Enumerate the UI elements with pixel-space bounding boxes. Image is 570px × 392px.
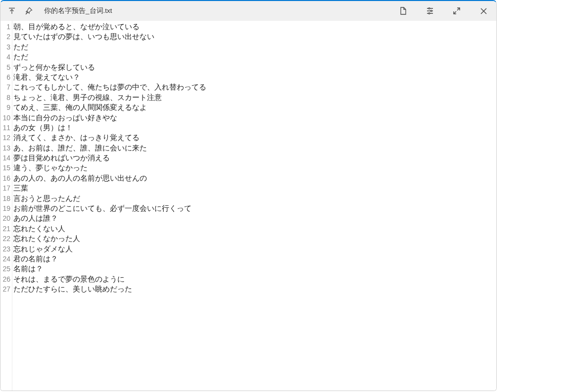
text-line[interactable]: あの人は誰？ [13, 213, 496, 223]
text-line[interactable]: 名前は？ [13, 264, 496, 274]
line-number: 8 [0, 93, 10, 102]
svg-point-8 [428, 8, 430, 9]
text-line[interactable]: 消えてく、まさか、はっきり覚えてる [13, 133, 496, 143]
text-content[interactable]: 朝、目が覚めると、なぜか泣いている見ていたはずの夢は、いつも思い出せないただただ… [12, 21, 496, 391]
text-line[interactable]: 朝、目が覚めると、なぜか泣いている [13, 22, 496, 32]
text-line[interactable]: 君の名前は？ [13, 254, 496, 264]
line-number: 16 [0, 173, 10, 183]
line-number: 13 [0, 143, 10, 153]
settings-icon[interactable] [421, 2, 439, 20]
line-number: 14 [0, 153, 10, 163]
text-line[interactable]: あの女（男）は！ [13, 123, 496, 133]
text-line[interactable]: 三葉 [13, 183, 496, 193]
line-number: 20 [0, 213, 10, 223]
line-number: 22 [0, 234, 10, 244]
text-line[interactable]: 見ていたはずの夢は、いつも思い出せない [13, 32, 496, 42]
text-line[interactable]: それは、まるで夢の景色のように [13, 274, 496, 284]
titlebar: 你的名字预告_台词.txt [0, 1, 496, 21]
line-number: 27 [0, 284, 10, 294]
text-line[interactable]: 忘れじゃダメな人 [13, 244, 496, 254]
line-number: 19 [0, 203, 10, 213]
text-line[interactable]: 違う、夢じゃなかった [13, 163, 496, 173]
line-number: 26 [0, 274, 10, 284]
line-number: 10 [0, 113, 10, 123]
text-line[interactable]: ずっと何かを探している [13, 62, 496, 72]
top-icon[interactable] [7, 6, 16, 15]
line-number: 6 [0, 72, 10, 82]
line-number: 15 [0, 163, 10, 173]
line-number: 24 [0, 254, 10, 264]
text-line[interactable]: てめえ、三葉、俺の人間関係変えるなよ [13, 102, 496, 112]
text-line[interactable]: 忘れたくなかった人 [13, 234, 496, 244]
text-line[interactable]: ただひたすらに、美しい眺めだった [13, 284, 496, 294]
text-line[interactable]: あ、お前は、誰だ、誰、誰に会いに来た [13, 143, 496, 153]
text-line[interactable]: ただ [13, 42, 496, 52]
line-number: 7 [0, 82, 10, 92]
svg-point-10 [428, 13, 430, 14]
text-line[interactable]: ただ [13, 52, 496, 62]
line-number: 17 [0, 183, 10, 193]
line-number: 11 [0, 123, 10, 133]
text-line[interactable]: これってもしかして、俺たちは夢の中で、入れ替わってる [13, 82, 496, 92]
close-icon[interactable] [475, 2, 492, 20]
line-number-gutter: 1234567891011121314151617181920212223242… [0, 21, 12, 391]
line-number: 18 [0, 194, 10, 203]
titlebar-left: 你的名字预告_台词.txt [7, 6, 394, 15]
text-line[interactable]: 忘れたくない人 [13, 224, 496, 234]
line-number: 21 [0, 224, 10, 234]
editor-window: 你的名字预告_台词.txt [0, 0, 497, 391]
line-number: 3 [0, 42, 10, 52]
new-file-icon[interactable] [394, 2, 412, 20]
line-number: 2 [0, 32, 10, 42]
text-line[interactable]: お前が世界のどこにいても、必ず一度会いに行くって [13, 203, 496, 213]
text-line[interactable]: 夢は目覚めればいつか消える [13, 153, 496, 163]
line-number: 25 [0, 264, 10, 274]
text-line[interactable]: あの人の、あの人の名前が思い出せんの [13, 173, 496, 183]
text-line[interactable]: 本当に自分のおっぱい好きやな [13, 113, 496, 123]
line-number: 4 [0, 52, 10, 62]
text-line[interactable]: 滝君、覚えてない？ [13, 72, 496, 82]
maximize-icon[interactable] [448, 2, 466, 20]
svg-line-12 [454, 11, 456, 14]
line-number: 12 [0, 133, 10, 143]
editor-area[interactable]: 1234567891011121314151617181920212223242… [0, 21, 496, 391]
pin-icon[interactable] [24, 6, 33, 15]
svg-point-9 [430, 10, 432, 12]
line-number: 9 [0, 102, 10, 112]
text-line[interactable]: ちょっと、滝君、男子の視線、スカート注意 [13, 93, 496, 102]
text-line[interactable]: 言おうと思ったんだ [13, 194, 496, 203]
line-number: 5 [0, 62, 10, 72]
line-number: 23 [0, 244, 10, 254]
titlebar-right [394, 2, 492, 20]
line-number: 1 [0, 22, 10, 32]
file-title: 你的名字预告_台词.txt [44, 6, 112, 15]
svg-line-11 [457, 8, 460, 10]
